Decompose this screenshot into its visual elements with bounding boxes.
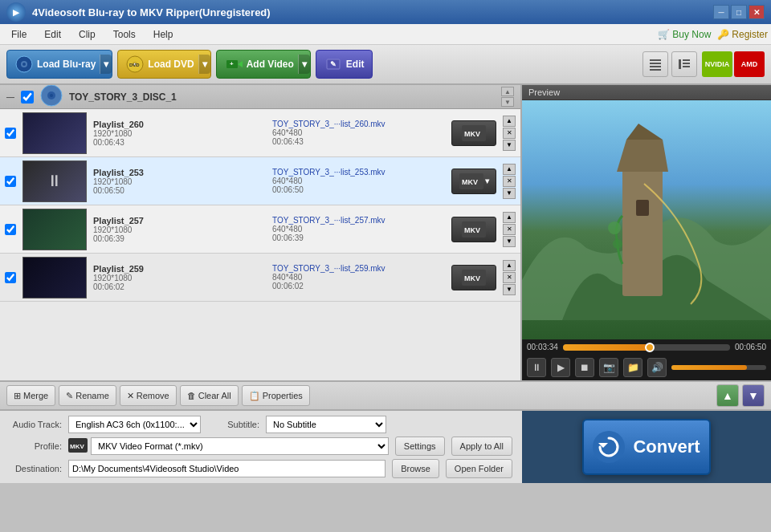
folder-button[interactable]: 📁 [623,358,642,377]
buy-now-link[interactable]: 🛒 Buy Now [658,29,711,40]
move-down-button[interactable]: ▼ [742,384,765,407]
file-list: ─ TOY_STORY_3_DISC_1 ▲ ▼ P [0,85,522,380]
load-bluray-button[interactable]: Load Blu-ray ▾ [6,50,112,79]
format-button[interactable]: MKV ▾ [451,169,496,194]
header-scroll-buttons: ▲ ▼ [501,87,514,107]
menu-tools[interactable]: Tools [105,26,144,43]
scroll-up-button[interactable]: ▲ [501,87,514,96]
item-thumbnail: ⏸ [22,160,87,202]
play-button[interactable]: ▶ [551,358,570,377]
properties-button[interactable]: 📋 Properties [242,385,310,406]
volume-fill [671,365,747,370]
current-time: 00:03:34 [527,343,558,351]
register-link[interactable]: 🔑 Register [717,29,768,40]
maximize-button[interactable]: □ [731,5,747,19]
item-scroll-more[interactable]: ▼ [503,236,516,247]
list-view-button[interactable] [642,51,668,77]
settings-button[interactable]: Settings [395,437,445,456]
svg-point-33 [608,221,621,234]
svg-text:MKV: MKV [70,443,84,450]
format-button[interactable]: MKV [451,217,496,242]
playlist-item[interactable]: Playlist_260 1920*1080 00:06:43 TOY_STOR… [0,109,520,157]
item-scroll-down[interactable]: ✕ [503,224,516,235]
item-checkbox[interactable] [5,176,16,187]
merge-icon: ⊞ [14,391,21,401]
file-list-header: ─ TOY_STORY_3_DISC_1 ▲ ▼ [0,85,520,109]
destination-row: Destination: Browse Open Folder [10,459,512,478]
menu-bar: File Edit Clip Tools Help 🛒 Buy Now 🔑 Re… [0,24,771,45]
item-checkbox[interactable] [5,272,16,283]
destination-input[interactable] [68,460,386,477]
merge-button[interactable]: ⊞ Merge [6,385,55,406]
clear-all-button[interactable]: 🗑 Clear All [180,385,239,406]
volume-bar[interactable] [671,365,766,370]
load-dvd-button[interactable]: DVD Load DVD ▾ [117,50,210,79]
stop-button[interactable]: ⏹ [575,358,594,377]
item-checkbox[interactable] [5,224,16,235]
minimize-button[interactable]: ─ [713,5,729,19]
item-checkbox[interactable] [5,128,16,139]
subtitle-select[interactable]: No Subtitle [266,416,386,433]
item-scroll-up[interactable]: ▲ [503,164,516,175]
load-dvd-dropdown[interactable]: ▾ [198,55,210,74]
disc-icon [40,85,63,109]
menu-edit[interactable]: Edit [36,26,69,43]
edit-button[interactable]: ✎ Edit [316,50,373,79]
audio-track-select[interactable]: English AC3 6ch (0x1100:... [68,416,201,433]
edit-icon: ✎ [324,55,342,73]
volume-icon: 🔊 [647,358,667,377]
load-bluray-dropdown[interactable]: ▾ [100,55,112,74]
item-scroll-down[interactable]: ✕ [503,128,516,139]
svg-point-34 [613,239,622,249]
apply-to-all-button[interactable]: Apply to All [451,437,512,456]
svg-rect-15 [650,69,661,71]
item-scroll-down[interactable]: ✕ [503,272,516,283]
app-logo: ▶ [6,2,26,22]
menu-file[interactable]: File [3,26,35,43]
item-scroll-buttons: ▲ ✕ ▼ [503,212,516,247]
details-view-button[interactable] [671,51,697,77]
convert-button[interactable]: Convert [582,419,711,475]
move-up-button[interactable]: ▲ [716,384,739,407]
format-button[interactable]: MKV [451,120,496,146]
add-video-dropdown[interactable]: ▾ [298,55,310,74]
add-video-button[interactable]: + Add Video ▾ [216,50,311,79]
playlist-item[interactable]: ⏸ Playlist_253 1920*1080 00:06:50 TOY_ST… [0,157,520,205]
item-output: TOY_STORY_3_···list_260.mkv 640*480 00:0… [272,120,445,146]
progress-bar[interactable] [563,344,730,351]
mkv-icon: MKV [68,438,88,454]
progress-fill [563,344,650,351]
pause-button[interactable]: ⏸ [527,358,546,377]
browse-button[interactable]: Browse [392,459,439,478]
close-button[interactable]: ✕ [749,5,765,19]
scroll-down-button[interactable]: ▼ [501,97,514,107]
preview-label: Preview [522,85,771,100]
remove-button[interactable]: ✕ Remove [120,385,177,406]
format-button[interactable]: MKV [451,265,496,290]
item-scroll-more[interactable]: ▼ [503,284,516,295]
view-buttons [642,51,697,77]
open-folder-button[interactable]: Open Folder [446,459,512,478]
screenshot-button[interactable]: 📷 [599,358,618,377]
main-content: ─ TOY_STORY_3_DISC_1 ▲ ▼ P [0,85,771,382]
profile-select[interactable]: MKV Video Format (*.mkv) [91,437,389,455]
preview-controls: ⏸ ▶ ⏹ 📷 📁 🔊 [522,355,771,380]
item-scroll-up[interactable]: ▲ [503,260,516,271]
svg-text:MKV: MKV [462,178,478,186]
select-all-checkbox[interactable] [21,91,34,104]
menu-clip[interactable]: Clip [71,26,104,43]
item-scroll-down[interactable]: ✕ [503,176,516,187]
item-scroll-up[interactable]: ▲ [503,116,516,127]
item-info: Playlist_259 1920*1080 00:06:02 [93,264,266,291]
playlist-item[interactable]: Playlist_257 1920*1080 00:06:39 TOY_STOR… [0,205,520,254]
menu-help[interactable]: Help [145,26,182,43]
item-scroll-more[interactable]: ▼ [503,188,516,199]
rename-button[interactable]: ✎ Rename [59,385,116,406]
svg-rect-32 [636,200,649,216]
svg-text:+: + [230,60,234,67]
playlist-item[interactable]: Playlist_259 1920*1080 00:06:02 TOY_STOR… [0,254,520,302]
profile-row: Profile: MKV MKV Video Format (*.mkv) Se… [10,437,512,456]
item-scroll-up[interactable]: ▲ [503,212,516,223]
clear-icon: 🗑 [187,391,196,400]
item-scroll-more[interactable]: ▼ [503,140,516,151]
